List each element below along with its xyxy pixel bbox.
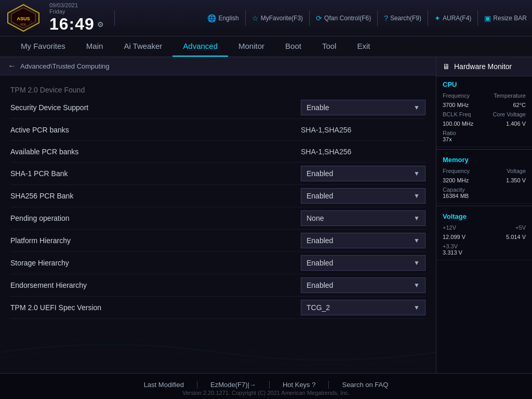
bottom-last-modified[interactable]: Last Modified (131, 381, 197, 389)
memory-voltage-divider (436, 206, 532, 206)
monitor-icon: 🖥 (443, 62, 450, 71)
cpu-freq-label: Frequency (443, 92, 470, 99)
settings-list: TPM 2.0 Device Found Security Device Sup… (0, 75, 436, 324)
settings-gear-icon[interactable]: ⚙ (97, 20, 104, 29)
value-sha1-pcr-bank: Enabled (307, 169, 333, 178)
tab-exit[interactable]: Exit (347, 36, 380, 57)
bclk-freq-label: BCLK Freq (443, 111, 471, 117)
label-pending-operation: Pending operation (10, 214, 301, 222)
toolbar-resize-bar[interactable]: ▣ Resize BAR (484, 14, 527, 22)
bottom-ezmode[interactable]: EzMode(F7)|→ (197, 381, 270, 389)
tab-my-favorites[interactable]: My Favorites (10, 36, 76, 57)
ratio-value: 37x (443, 136, 526, 142)
toolbar-div-5 (477, 10, 478, 26)
ratio-label: Ratio (443, 130, 526, 136)
value-active-pcr-banks: SHA-1,SHA256 (301, 126, 425, 134)
toolbar-search[interactable]: ? Search(F9) (384, 14, 421, 22)
toolbar-div-2 (309, 10, 310, 26)
toolbar-aura[interactable]: ✦ AURA(F4) (434, 14, 471, 22)
myfavorite-label: MyFavorite(F3) (261, 15, 303, 22)
ezmode-label: EzMode(F7)|→ (210, 381, 256, 389)
chevron-down-icon-0: ▼ (414, 104, 420, 111)
value-tpm-uefi-spec-version: TCG_2 (307, 303, 330, 312)
chevron-down-icon-4: ▼ (414, 192, 420, 200)
cpu-freq-value-row: 3700 MHz 62°C (443, 102, 526, 108)
dropdown-sha256-pcr-bank[interactable]: Enabled ▼ (301, 188, 425, 204)
back-arrow-icon[interactable]: ← (8, 61, 16, 71)
value-security-device-support: Enable (307, 103, 329, 112)
mem-voltage-value: 1.350 V (506, 177, 526, 183)
bottom-links: Last Modified EzMode(F7)|→ Hot Keys ? Se… (0, 377, 532, 390)
tab-tool[interactable]: Tool (312, 36, 347, 57)
toolbar-qfan[interactable]: ⟳ Qfan Control(F6) (316, 14, 371, 22)
row-storage-hierarchy: Storage Hierarchy Enabled ▼ (10, 252, 425, 274)
v5-value: 5.014 V (506, 234, 526, 240)
chevron-down-icon-7: ▼ (414, 259, 420, 267)
breadcrumb: ← Advanced\Trusted Computing (0, 57, 436, 75)
v12-value-row: 12.099 V 5.014 V (443, 234, 526, 240)
value-endorsement-hierarchy: Enabled (307, 281, 333, 289)
star-icon: ☆ (252, 14, 259, 22)
tab-advanced[interactable]: Advanced (172, 36, 228, 57)
cpu-memory-divider (436, 149, 532, 150)
dropdown-platform-hierarchy[interactable]: Enabled ▼ (301, 233, 425, 248)
dropdown-storage-hierarchy[interactable]: Enabled ▼ (301, 255, 425, 271)
toolbar-div-1 (245, 10, 246, 26)
cpu-section: CPU Frequency Temperature 3700 MHz 62°C … (436, 76, 532, 147)
globe-icon: 🌐 (207, 14, 216, 22)
asus-logo: ASUS ROG (5, 4, 42, 32)
dropdown-tpm-uefi-spec-version[interactable]: TCG_2 ▼ (301, 300, 425, 315)
search-label: Search(F9) (390, 15, 421, 22)
cpu-temp-value: 62°C (513, 102, 526, 108)
mem-capacity-label: Capacity (443, 187, 526, 193)
hot-keys-label: Hot Keys ? (283, 381, 316, 389)
header-divider-1 (114, 10, 115, 26)
aura-icon: ✦ (434, 14, 441, 22)
chevron-down-icon-9: ▼ (414, 304, 420, 311)
tab-main[interactable]: Main (76, 36, 114, 57)
mem-freq-value: 3200 MHz (443, 177, 469, 183)
bclk-freq-value: 100.00 MHz (443, 121, 473, 127)
row-active-pcr-banks: Active PCR banks SHA-1,SHA256 (10, 119, 425, 141)
core-voltage-value: 1.406 V (506, 121, 526, 127)
mem-capacity-value: 16384 MB (443, 193, 526, 199)
v5-label: +5V (515, 224, 526, 231)
tab-ai-tweaker[interactable]: Ai Tweaker (113, 36, 172, 57)
chevron-down-icon-6: ▼ (414, 237, 420, 244)
main-content: ← Advanced\Trusted Computing TPM 2.0 Dev… (0, 57, 532, 373)
v12-label-row: +12V +5V (443, 224, 526, 231)
bottom-search-faq[interactable]: Search on FAQ (329, 381, 401, 389)
dropdown-sha1-pcr-bank[interactable]: Enabled ▼ (301, 166, 425, 181)
resize-label: Resize BAR (493, 15, 527, 22)
row-endorsement-hierarchy: Endorsement Hierarchy Enabled ▼ (10, 274, 425, 297)
hardware-monitor-panel: 🖥 Hardware Monitor CPU Frequency Tempera… (436, 57, 532, 373)
toolbar-myfavorite[interactable]: ☆ MyFavorite(F3) (252, 14, 303, 22)
mem-freq-label: Frequency (443, 168, 470, 174)
bottom-hot-keys[interactable]: Hot Keys ? (270, 381, 329, 389)
bclk-label-row: BCLK Freq Core Voltage (443, 111, 526, 117)
qfan-label: Qfan Control(F6) (324, 15, 371, 22)
memory-section-title: Memory (443, 156, 526, 164)
v12-value: 12.099 V (443, 234, 466, 240)
label-sha256-pcr-bank: SHA256 PCR Bank (10, 192, 301, 200)
v12-label: +12V (443, 224, 456, 231)
cpu-temp-label: Temperature (494, 92, 526, 99)
value-sha256-pcr-bank: Enabled (307, 192, 333, 200)
v33-value: 3.313 V (443, 249, 526, 256)
tab-boot[interactable]: Boot (275, 36, 312, 57)
dropdown-endorsement-hierarchy[interactable]: Enabled ▼ (301, 277, 425, 293)
label-active-pcr-banks: Active PCR banks (10, 126, 301, 134)
toolbar-language[interactable]: 🌐 English (207, 14, 238, 22)
dropdown-security-device-support[interactable]: Enable ▼ (301, 100, 425, 115)
clock-area: 09/03/2021Friday 16:49 ⚙ (49, 2, 104, 34)
bclk-value-row: 100.00 MHz 1.406 V (443, 121, 526, 127)
tab-monitor[interactable]: Monitor (228, 36, 275, 57)
device-found-label: TPM 2.0 Device Found (10, 81, 425, 97)
language-label: English (218, 15, 238, 22)
dropdown-pending-operation[interactable]: None ▼ (301, 210, 425, 226)
bottom-bar: Last Modified EzMode(F7)|→ Hot Keys ? Se… (0, 373, 532, 399)
mem-freq-label-row: Frequency Voltage (443, 168, 526, 174)
content-panel: ← Advanced\Trusted Computing TPM 2.0 Dev… (0, 57, 436, 373)
last-modified-label: Last Modified (144, 381, 184, 389)
row-security-device-support: Security Device Support Enable ▼ (10, 97, 425, 119)
